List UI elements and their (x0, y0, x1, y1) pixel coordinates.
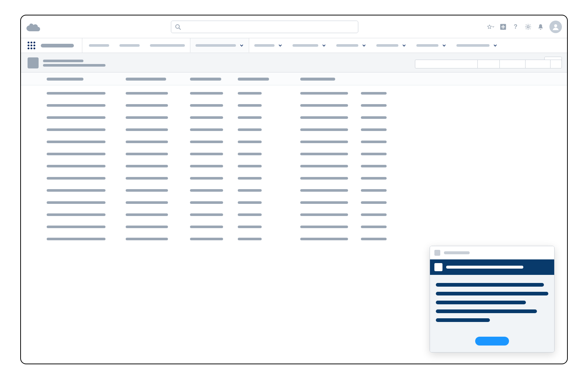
cell (300, 153, 348, 155)
settings-icon[interactable] (524, 23, 532, 31)
favorite-icon[interactable] (487, 23, 494, 31)
cell (126, 189, 168, 192)
nav-tab-6[interactable] (331, 38, 371, 53)
cell (238, 116, 262, 119)
cell (47, 128, 105, 131)
panel-primary-button[interactable] (475, 337, 509, 346)
col-header-1[interactable] (47, 78, 83, 81)
cell (238, 141, 262, 143)
cell (190, 201, 223, 204)
panel-header[interactable] (430, 246, 554, 259)
global-header: ? (21, 15, 567, 38)
cell (300, 177, 348, 180)
nav-tab-label (89, 44, 109, 47)
table-row[interactable] (47, 189, 560, 192)
cell (47, 189, 105, 192)
cell (300, 189, 348, 192)
nav-tab-9[interactable] (451, 38, 502, 53)
table-row[interactable] (47, 104, 560, 107)
help-icon[interactable]: ? (512, 23, 519, 31)
col-header-2[interactable] (126, 78, 166, 81)
app-launcher[interactable] (25, 38, 38, 53)
nav-tab-label (150, 44, 185, 47)
nav-tab-4[interactable] (249, 38, 287, 53)
table-row[interactable] (47, 165, 560, 167)
cell (190, 141, 223, 143)
cell (361, 116, 387, 119)
nav-tab-label (196, 44, 236, 47)
cell (47, 238, 105, 240)
nav-tab-0[interactable] (84, 38, 114, 53)
cell (238, 104, 262, 107)
nav-tab-label (416, 44, 438, 47)
panel-header-label (444, 251, 470, 254)
table-row[interactable] (47, 238, 560, 240)
header-btn-2[interactable] (478, 60, 500, 68)
chevron-down-icon[interactable] (402, 43, 406, 47)
chevron-down-icon[interactable] (278, 43, 282, 47)
panel-line (436, 292, 548, 295)
panel-band-icon (434, 263, 442, 271)
cell (126, 92, 168, 95)
table-row[interactable] (47, 116, 560, 119)
nav-tab-7[interactable] (371, 38, 411, 53)
header-button-group (415, 60, 562, 68)
app-name (38, 38, 80, 53)
cell (126, 213, 168, 216)
svg-line-1 (179, 28, 180, 29)
cell (126, 116, 168, 119)
app-name-label (41, 44, 74, 47)
cell (190, 104, 223, 107)
avatar[interactable] (549, 21, 562, 33)
cell (190, 238, 223, 240)
cell (47, 104, 105, 107)
chevron-down-icon[interactable] (322, 43, 326, 47)
table-row[interactable] (47, 141, 560, 143)
header-btn-3[interactable] (500, 60, 526, 68)
global-search[interactable] (171, 21, 358, 33)
add-icon[interactable] (499, 23, 507, 31)
chevron-down-icon[interactable] (493, 43, 497, 47)
col-header-4[interactable] (238, 78, 269, 81)
nav-tab-1[interactable] (114, 38, 145, 53)
chevron-down-icon[interactable] (362, 43, 366, 47)
nav-tab-5[interactable] (287, 38, 331, 53)
cell (361, 189, 387, 192)
table-row[interactable] (47, 226, 560, 228)
header-btn-4[interactable] (526, 60, 551, 68)
cell (238, 238, 262, 240)
table-row[interactable] (47, 92, 560, 95)
cell (238, 201, 262, 204)
nav-tab-2[interactable] (145, 38, 190, 53)
cell (300, 128, 348, 131)
header-btn-1[interactable] (415, 60, 478, 68)
panel-title-band[interactable] (430, 259, 554, 275)
table-row[interactable] (47, 128, 560, 131)
cell (300, 165, 348, 167)
cell (190, 226, 223, 228)
nav-tab-3[interactable] (190, 38, 249, 53)
table-row[interactable] (47, 213, 560, 216)
chevron-down-icon[interactable] (442, 43, 446, 47)
table-row[interactable] (47, 177, 560, 180)
page-header (21, 53, 567, 72)
nav-tab-8[interactable] (411, 38, 451, 53)
cell (361, 226, 387, 228)
salesforce-logo[interactable] (26, 21, 42, 32)
col-header-3[interactable] (190, 78, 221, 81)
panel-body (430, 275, 554, 329)
header-btn-5[interactable] (551, 60, 562, 68)
table-row[interactable] (47, 201, 560, 204)
cell (190, 177, 223, 180)
cell (238, 92, 262, 95)
nav-tab-label (336, 44, 358, 47)
notifications-icon[interactable] (537, 23, 544, 31)
chevron-down-icon[interactable] (240, 43, 244, 47)
col-header-5[interactable] (300, 78, 335, 81)
panel-line (436, 318, 490, 322)
cell (361, 213, 387, 216)
table-row[interactable] (47, 153, 560, 155)
cell (126, 177, 168, 180)
cell (300, 141, 348, 143)
panel-line (436, 309, 537, 313)
